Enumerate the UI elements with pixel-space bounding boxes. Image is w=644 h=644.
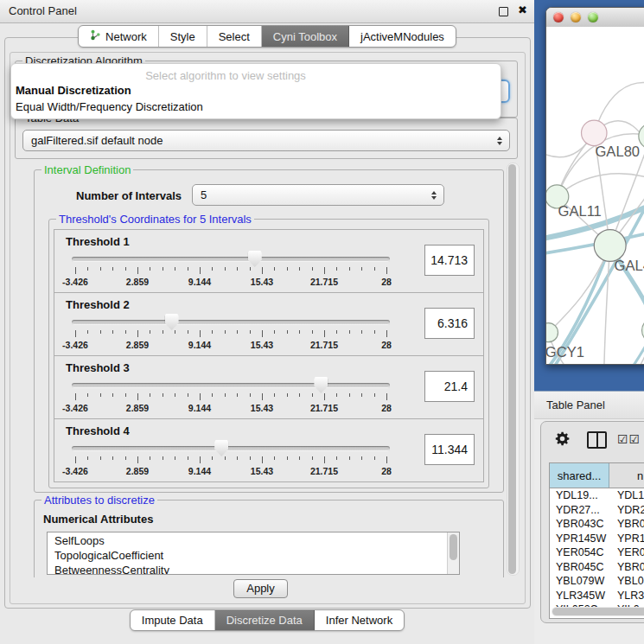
horizontal-scrollbar[interactable] [552,607,644,616]
cell-name: YBR0 [609,517,644,532]
table-row[interactable]: YER054C YER0 [550,545,644,560]
slider-tick-labels: -3.4262.8599.14415.4321.71528 [75,403,386,413]
dropdown-item[interactable]: Equal Width/Frequency Discretization [16,100,203,113]
tab[interactable]: Network [79,26,159,47]
threshold-label: Threshold 4 [66,424,130,437]
select-columns-icon[interactable]: ☑☑ [617,432,641,446]
slider-track[interactable] [72,383,390,388]
zoom-traffic-light-icon[interactable] [588,12,598,22]
threshold-row: Threshold 2 -3.4262.8599.14415.4321.7152… [54,292,484,356]
attributes-listbox[interactable]: SelfLoopsTopologicalCoefficientBetweenne… [47,532,460,575]
table-row[interactable]: YBR045C YBR0 [550,560,644,575]
close-icon[interactable]: ✖ [518,3,527,16]
cell-shared-name: YER054C [550,545,609,560]
threshold-value-field[interactable]: 6.316 [424,308,475,339]
network-node-label: GAL11 [558,203,602,220]
close-traffic-light-icon[interactable] [553,12,564,22]
number-of-intervals-value: 5 [201,188,207,201]
tab[interactable]: Infer Network [315,610,404,630]
threshold-label: Threshold 1 [66,235,130,248]
float-window-icon[interactable] [499,7,508,16]
list-scrollbar[interactable] [447,532,459,574]
cell-shared-name: YBL079W [550,574,609,589]
gear-icon[interactable] [553,430,571,448]
tab-label: jActiveMNodules [360,30,444,43]
slider-thumb-icon[interactable] [214,440,228,456]
attributes-group: Attributes to discretize Numerical Attri… [34,500,504,577]
table-row[interactable]: YDR27... YDR2 [550,503,644,518]
dropdown-item[interactable]: Manual Discretization [16,84,131,97]
tab[interactable]: Discretize Data [215,610,315,630]
control-panel-window: Control Panel ✖ Network Style Select Cyn… [0,0,534,644]
tab-label: Network [105,30,147,43]
cell-shared-name: YDL19... [550,488,609,503]
slider-tick-labels: -3.4262.8599.14415.4321.71528 [75,340,386,350]
table-row[interactable]: YBR043C YBR0 [550,517,644,532]
algorithm-dropdown-popup: Select algorithm to view settings Manual… [10,63,501,119]
threshold-row: Threshold 1 -3.4262.8599.14415.4321.7152… [54,229,484,293]
column-header[interactable]: shared... [550,463,609,488]
cell-shared-name: YPR145W [550,532,609,546]
threshold-value-field[interactable]: 11.344 [424,434,475,465]
slider-tick-labels: -3.4262.8599.14415.4321.71528 [75,277,386,287]
attribute-item[interactable]: TopologicalCoefficient [48,548,447,563]
slider-track[interactable] [72,320,390,325]
table-row[interactable]: YDL19... YDL1 [550,488,644,503]
top-tabstrip: Network Style Select Cyni Toolbox jActiv… [0,25,534,48]
slider-track[interactable] [72,446,390,451]
column-header[interactable]: n [609,463,644,488]
bottom-tabs: Impute Data Discretize Data Infer Networ… [130,609,405,631]
tab[interactable]: Style [159,26,207,47]
network-window-titlebar [546,8,644,28]
network-node [546,323,558,342]
slider-thumb-icon[interactable] [248,251,262,267]
threshold-value-field[interactable]: 14.713 [424,245,475,276]
table-data-combobox[interactable]: galFiltered.sif default node [22,130,510,151]
table-row[interactable]: YPR145W YPR1 [550,532,644,546]
table-data-value: galFiltered.sif default node [31,134,163,147]
settings-scrollbar[interactable] [507,163,520,576]
tab-label: Select [219,30,250,43]
slider-thumb-icon[interactable] [165,314,179,330]
group-title: Attributes to discretize [41,494,157,507]
threshold-slider[interactable]: -3.4262.8599.14415.4321.71528 [75,251,386,289]
cell-shared-name: YLR345W [550,589,609,603]
threshold-row: Threshold 4 -3.4262.8599.14415.4321.7152… [54,418,484,482]
threshold-value-field[interactable]: 21.4 [424,371,475,402]
table-panel-body: ☑☑ shared...n YDL19... YDL1 YDR27... YDR… [540,421,644,623]
table-panel-header: Table Panel [534,391,644,419]
threshold-slider[interactable]: -3.4262.8599.14415.4321.71528 [75,314,386,352]
slider-thumb-icon[interactable] [314,377,328,393]
right-panel: GAL80GACGAL11GAL4GCY1HHAP2 Table Panel ☑… [534,0,644,644]
tab[interactable]: Select [207,26,262,47]
network-window: GAL80GACGAL11GAL4GCY1HHAP2 [545,7,644,365]
top-tabs: Network Style Select Cyni Toolbox jActiv… [78,25,456,48]
network-node [594,230,626,262]
table-data-group: Table Data galFiltered.sif default node [15,118,518,159]
table-rows: YDL19... YDL1 YDR27... YDR2 YBR043C YBR0… [550,488,644,617]
network-node-label: GAL4 [615,258,644,274]
threshold-label: Threshold 2 [66,298,130,311]
attribute-item[interactable]: SelfLoops [48,533,447,548]
tab[interactable]: jActiveMNodules [349,26,456,47]
threshold-slider[interactable]: -3.4262.8599.14415.4321.71528 [75,377,386,415]
node-table: shared...n YDL19... YDL1 YDR27... YDR2 Y… [549,462,644,619]
number-of-intervals-combobox[interactable]: 5 [192,184,444,206]
minimize-traffic-light-icon[interactable] [571,12,581,22]
table-row[interactable]: YBL079W YBL0 [550,574,644,589]
cell-name: YPR1 [609,532,644,546]
apply-button[interactable]: Apply [233,579,288,598]
tab[interactable]: Impute Data [131,610,215,630]
group-title: Threshold's Coordinates for 5 Intervals [56,213,254,226]
attribute-item[interactable]: BetweennessCentrality [48,563,447,575]
slider-ticks [75,393,386,401]
tab-label: Cyni Toolbox [273,30,337,43]
tab[interactable]: Cyni Toolbox [262,26,349,47]
slider-track[interactable] [72,257,390,262]
threshold-slider[interactable]: -3.4262.8599.14415.4321.71528 [75,440,386,478]
table-row[interactable]: YLR345W YLR3 [550,589,644,603]
split-view-icon[interactable] [587,431,607,449]
network-view[interactable]: GAL80GACGAL11GAL4GCY1HHAP2 [546,27,644,364]
slider-ticks [75,267,386,275]
cell-name: YLR3 [609,589,644,603]
